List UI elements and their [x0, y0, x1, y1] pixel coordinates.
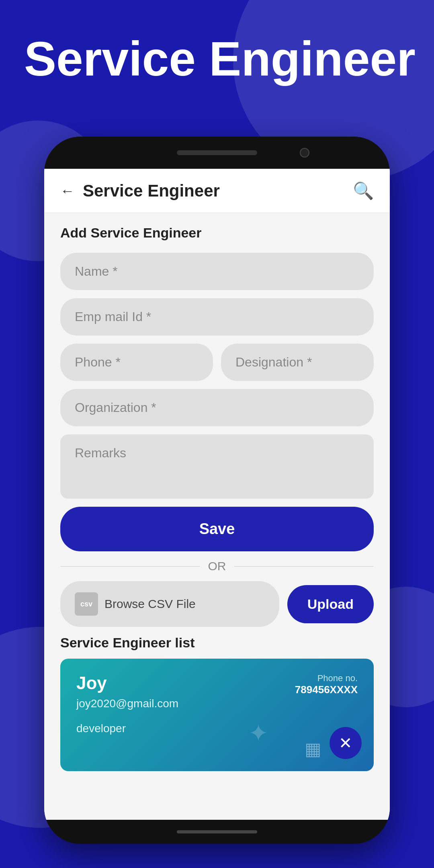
- phone-input[interactable]: [60, 344, 213, 381]
- phone-frame: ← Service Engineer 🔍 Add Service Enginee…: [44, 137, 390, 844]
- app-content: Add Service Engineer Save OR: [44, 213, 390, 820]
- or-line-right: [234, 566, 374, 567]
- app-title: Service Engineer: [83, 181, 220, 201]
- phone-camera: [300, 148, 309, 158]
- csv-row: csv Browse CSV File Upload: [60, 581, 374, 627]
- phone-bottom: [44, 820, 390, 844]
- home-indicator: [177, 830, 257, 833]
- barcode-icon: ▦: [305, 739, 321, 759]
- or-line-left: [60, 566, 200, 567]
- header-left: ← Service Engineer: [60, 181, 220, 201]
- phone-speaker: [177, 150, 257, 155]
- upload-button[interactable]: Upload: [287, 585, 374, 623]
- phone-screen: ← Service Engineer 🔍 Add Service Enginee…: [44, 169, 390, 820]
- browse-csv-button[interactable]: csv Browse CSV File: [60, 581, 279, 627]
- or-text: OR: [208, 559, 226, 573]
- phone-label: Phone no.: [295, 673, 358, 684]
- remarks-input[interactable]: [60, 434, 374, 499]
- engineer-phone-section: Phone no. 789456XXXX: [295, 673, 358, 696]
- engineer-designation: developer: [76, 722, 358, 735]
- form-section-title: Add Service Engineer: [60, 225, 374, 241]
- engineer-card: Joy joy2020@gmail.com Phone no. 789456XX…: [60, 659, 374, 771]
- phone-number: 789456XXXX: [295, 684, 358, 696]
- list-section-title: Service Engineer list: [60, 635, 374, 651]
- browse-label: Browse CSV File: [104, 597, 196, 611]
- remove-engineer-button[interactable]: ✕: [330, 727, 362, 759]
- page-title: Service Engineer: [24, 32, 416, 85]
- app-header: ← Service Engineer 🔍: [44, 169, 390, 213]
- star-decoration: ✦: [248, 719, 268, 747]
- csv-icon: csv: [75, 592, 98, 616]
- engineer-email: joy2020@gmail.com: [76, 697, 358, 710]
- designation-input[interactable]: [221, 344, 374, 381]
- organization-input[interactable]: [60, 389, 374, 426]
- phone-designation-row: [60, 344, 374, 381]
- phone-top-bar: [44, 137, 390, 169]
- or-divider: OR: [60, 559, 374, 573]
- search-icon[interactable]: 🔍: [353, 181, 374, 201]
- name-input[interactable]: [60, 253, 374, 290]
- save-button[interactable]: Save: [60, 507, 374, 551]
- email-input[interactable]: [60, 298, 374, 336]
- back-button[interactable]: ←: [60, 182, 75, 199]
